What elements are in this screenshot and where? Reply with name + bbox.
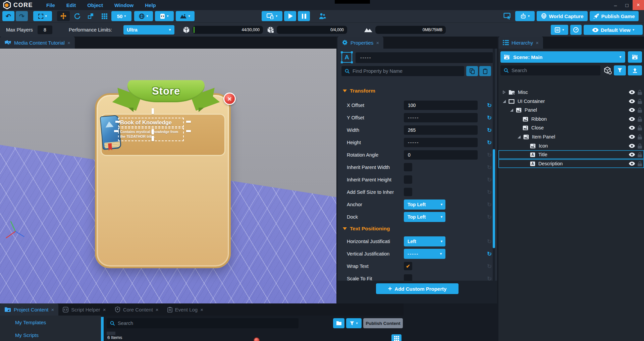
object-name-input[interactable]: -----: [356, 52, 493, 63]
select-mode-dropdown[interactable]: ▾: [33, 11, 52, 21]
dock-dropdown[interactable]: Top Left ▾: [404, 212, 445, 222]
selection-handle[interactable]: [114, 130, 119, 132]
lock-icon[interactable]: [638, 152, 642, 157]
close-window-button[interactable]: ×: [633, 0, 644, 10]
reset-icon[interactable]: ↺: [487, 239, 492, 244]
reset-icon[interactable]: ↺: [487, 251, 492, 257]
width-input[interactable]: 265: [404, 125, 478, 135]
hierarchy-row-panel[interactable]: Panel: [498, 106, 644, 114]
close-tab-icon[interactable]: ×: [51, 307, 54, 312]
add-custom-property-button[interactable]: + Add Custom Property: [376, 283, 459, 294]
y-offset-input[interactable]: -----: [404, 113, 478, 122]
reset-icon[interactable]: ↺: [487, 127, 492, 133]
close-tab-icon[interactable]: ×: [103, 307, 106, 312]
restore-button[interactable]: □: [621, 0, 633, 10]
inherit-parent-height-checkbox[interactable]: [404, 175, 412, 184]
reset-icon[interactable]: ↺: [487, 165, 492, 170]
find-property-search[interactable]: [341, 66, 464, 76]
menu-edit[interactable]: Edit: [66, 2, 76, 8]
selection-handle[interactable]: [152, 136, 154, 141]
close-tab-icon[interactable]: ×: [200, 307, 203, 312]
grid-view-button[interactable]: [391, 334, 401, 341]
tab-event-log[interactable]: Event Log ×: [163, 303, 208, 316]
multiplayer-preview-icon[interactable]: [317, 11, 328, 21]
store-item-title-selection[interactable]: Book of Knowledge: [118, 118, 184, 127]
reset-icon[interactable]: ↺: [487, 214, 492, 220]
reset-icon[interactable]: ↺: [487, 115, 492, 121]
expander-expanded-icon[interactable]: [517, 135, 521, 138]
store-item-description-selection[interactable]: Contains mystical knowledge from the TED…: [118, 128, 184, 141]
viewport-3d-scene[interactable]: Store × Book of Knowledge Contains mysti…: [0, 49, 336, 303]
tab-script-helper[interactable]: Script Helper ×: [58, 303, 110, 316]
new-folder-button[interactable]: [333, 318, 344, 328]
redo-button[interactable]: ↷: [16, 11, 28, 21]
content-filter-dropdown[interactable]: ▾: [346, 318, 362, 328]
reset-icon[interactable]: ↺: [487, 152, 492, 158]
hierarchy-row-item-panel[interactable]: Item Panel: [498, 132, 644, 141]
visibility-eye-icon[interactable]: [629, 135, 635, 139]
move-tool-icon[interactable]: [60, 12, 67, 20]
height-input[interactable]: -----: [404, 138, 478, 147]
export-template-button[interactable]: [628, 65, 642, 75]
visibility-eye-icon[interactable]: [629, 117, 635, 121]
close-tab-icon[interactable]: ×: [376, 40, 379, 46]
visibility-eye-icon[interactable]: [629, 99, 635, 103]
save-dropdown[interactable]: ▾: [551, 25, 568, 35]
expander-expanded-icon[interactable]: [509, 109, 514, 112]
menu-object[interactable]: Object: [87, 2, 103, 8]
sidebar-item-my-templates[interactable]: My Templates: [15, 320, 46, 325]
tab-hierarchy[interactable]: Hierarchy ×: [498, 37, 543, 49]
hierarchy-row-ribbon[interactable]: Ribbon: [498, 115, 644, 123]
tab-media-content-tutorial[interactable]: Media Content Tutorial ×: [0, 37, 75, 49]
default-view-dropdown[interactable]: Default View ▾: [584, 25, 643, 35]
close-tab-icon[interactable]: ×: [536, 40, 539, 46]
selection-handle[interactable]: [152, 108, 154, 114]
content-item-thumbnail[interactable]: [254, 337, 260, 341]
lock-icon[interactable]: [638, 99, 642, 104]
close-tab-icon[interactable]: ×: [156, 307, 159, 312]
hierarchy-filter-button[interactable]: [614, 65, 626, 75]
text-positioning-section-header[interactable]: Text Positioning: [343, 226, 390, 232]
visibility-eye-icon[interactable]: [629, 162, 635, 166]
copy-properties-button[interactable]: [466, 66, 478, 76]
transform-section-header[interactable]: Transform: [343, 88, 375, 94]
hierarchy-search-input[interactable]: [512, 68, 597, 73]
close-tab-icon[interactable]: ×: [67, 40, 70, 46]
grid-snap-icon[interactable]: [98, 11, 110, 21]
template-cube-icon[interactable]: [604, 66, 612, 74]
snap-size-dropdown[interactable]: 50▾: [111, 11, 131, 21]
reset-icon[interactable]: ↺: [487, 189, 492, 195]
screen-share-icon[interactable]: [502, 11, 513, 21]
vertical-justification-dropdown[interactable]: ----- ▾: [404, 249, 445, 259]
visibility-eye-icon[interactable]: [629, 126, 635, 130]
tab-properties[interactable]: Properties ×: [337, 37, 383, 49]
bot-tools-dropdown[interactable]: ▾: [515, 11, 535, 21]
play-button[interactable]: [284, 11, 296, 21]
inherit-parent-width-checkbox[interactable]: [404, 163, 412, 171]
x-offset-input[interactable]: 100: [404, 101, 478, 110]
lock-icon[interactable]: [638, 108, 642, 113]
visibility-eye-icon[interactable]: [629, 90, 635, 94]
world-capture-button[interactable]: World Capture: [537, 11, 588, 21]
reset-icon[interactable]: ↺: [487, 177, 492, 183]
lock-icon[interactable]: [638, 161, 642, 166]
hierarchy-row-icon[interactable]: Icon: [498, 141, 644, 150]
lock-icon[interactable]: [638, 125, 642, 130]
scene-selector-dropdown[interactable]: Scene: Main ▾: [500, 51, 625, 63]
hierarchy-row-misc[interactable]: Misc: [498, 88, 644, 97]
selection-handle[interactable]: [115, 121, 120, 123]
scale-tool-icon[interactable]: [85, 11, 97, 21]
add-self-size-checkbox[interactable]: [404, 188, 412, 196]
hierarchy-row-description-selected[interactable]: A Description: [498, 159, 644, 168]
selection-handle[interactable]: [186, 130, 191, 132]
paste-properties-button[interactable]: [479, 66, 491, 76]
visibility-eye-icon[interactable]: [629, 153, 635, 157]
content-search[interactable]: [107, 318, 299, 328]
script-dropdown[interactable]: ▾: [155, 11, 174, 21]
sidebar-scrollbar[interactable]: [101, 317, 104, 341]
performance-gauge-button[interactable]: [570, 25, 582, 35]
max-players-input[interactable]: 8: [38, 25, 52, 34]
rotation-angle-input[interactable]: 0: [404, 150, 478, 160]
menu-window[interactable]: Window: [114, 2, 133, 8]
reset-icon[interactable]: ↺: [487, 264, 492, 269]
